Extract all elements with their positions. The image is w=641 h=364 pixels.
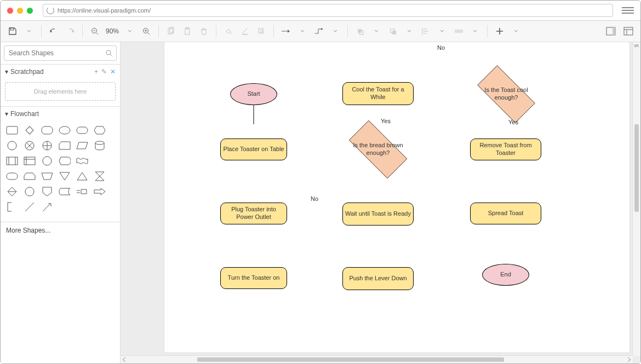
search-input[interactable] [8, 49, 105, 57]
shape-card[interactable] [59, 141, 71, 151]
shape-sort[interactable] [6, 187, 18, 197]
distribute-dropdown-icon[interactable] [467, 24, 483, 39]
shape-connector[interactable] [41, 156, 53, 166]
shape-arrow-line[interactable] [41, 202, 53, 212]
align-dropdown-icon[interactable] [434, 24, 450, 39]
shape-loop-limit[interactable] [24, 171, 36, 181]
shape-tape[interactable] [76, 156, 88, 166]
connector-button[interactable] [278, 24, 294, 39]
shape-parallelogram[interactable] [76, 141, 88, 151]
svg-point-32 [43, 157, 51, 165]
svg-rect-9 [260, 30, 264, 34]
shape-diamond[interactable] [24, 125, 36, 135]
node-cool-q[interactable]: Is the Toast cool enough? [468, 74, 544, 114]
shape-manual[interactable] [41, 171, 53, 181]
add-dropdown-icon[interactable] [508, 24, 524, 39]
shape-offpage[interactable] [41, 187, 53, 197]
shape-annotation[interactable] [6, 202, 18, 212]
node-place[interactable]: Place Toaster on Table [220, 138, 287, 160]
save-dropdown-icon[interactable] [21, 24, 37, 39]
minimize-icon[interactable] [17, 8, 23, 14]
shape-plus-circle[interactable] [41, 141, 53, 151]
shape-terminator[interactable] [76, 125, 88, 135]
shape-line[interactable] [24, 202, 36, 212]
shape-display[interactable] [59, 156, 71, 166]
menu-icon[interactable] [622, 7, 634, 14]
horizontal-scrollbar[interactable] [121, 355, 633, 363]
window-controls[interactable] [7, 8, 33, 14]
maximize-icon[interactable] [27, 8, 33, 14]
zoom-in-button[interactable] [139, 24, 154, 39]
paste-button[interactable] [180, 24, 195, 39]
shape-arrow-right[interactable] [94, 187, 106, 197]
node-wait[interactable]: Wait until Toast is Ready [342, 203, 414, 226]
shape-stadium[interactable] [6, 171, 18, 181]
toback-button[interactable] [385, 24, 400, 39]
waypoint-button[interactable] [311, 24, 327, 39]
shape-extract[interactable] [76, 171, 88, 181]
node-start[interactable]: Start [230, 83, 277, 105]
shape-rounded[interactable] [41, 125, 53, 135]
shape-stored-data[interactable] [59, 187, 71, 197]
shape-delay[interactable] [76, 187, 88, 197]
connector-dropdown-icon[interactable] [295, 24, 310, 39]
shape-subprocess[interactable] [6, 156, 18, 166]
shape-rect[interactable] [6, 125, 18, 135]
shadow-button[interactable] [254, 24, 269, 39]
svg-point-26 [8, 141, 16, 150]
toback-dropdown-icon[interactable] [402, 24, 417, 39]
zoom-out-button[interactable] [87, 24, 102, 39]
scratchpad-dropzone[interactable]: Drag elements here [5, 82, 116, 101]
shape-connector2[interactable] [24, 187, 36, 197]
search-shapes[interactable] [4, 45, 117, 61]
shape-internal-storage[interactable] [24, 156, 36, 166]
zoom-dropdown-icon[interactable] [122, 24, 138, 39]
canvas-area[interactable]: Start Place Toaster on Table Plug Toaste… [121, 42, 640, 363]
shape-ellipse[interactable] [59, 125, 71, 135]
copy-button[interactable] [163, 24, 179, 39]
redo-button[interactable] [62, 24, 78, 39]
waypoint-dropdown-icon[interactable] [328, 24, 343, 39]
node-turn-on[interactable]: Turn the Toaster on [220, 267, 287, 289]
undo-button[interactable] [46, 24, 61, 39]
address-bar[interactable]: https://online.visual-paradigm.com/ [43, 4, 613, 17]
tofront-button[interactable] [352, 24, 368, 39]
scratchpad-edit-icon[interactable]: ✎ [101, 68, 107, 76]
chevron-down-icon[interactable]: ▾ [5, 68, 8, 76]
shape-hexagon[interactable] [94, 125, 106, 135]
node-cool[interactable]: Cool the Toast for a While [342, 82, 414, 105]
shape-merge[interactable] [59, 171, 71, 181]
node-plug[interactable]: Plug Toaster into Power Outlet [220, 203, 287, 224]
shape-collate[interactable] [94, 171, 106, 181]
shape-circle[interactable] [6, 141, 18, 151]
add-button[interactable] [492, 24, 507, 39]
more-shapes-button[interactable]: More Shapes... [1, 222, 120, 239]
save-button[interactable] [5, 24, 20, 39]
stroke-button[interactable] [237, 24, 253, 39]
scratchpad-add-icon[interactable]: + [94, 68, 98, 76]
fill-button[interactable] [221, 24, 236, 39]
node-spread[interactable]: Spread Toast [470, 203, 541, 224]
reload-icon[interactable] [47, 7, 54, 14]
svg-rect-33 [7, 173, 18, 180]
tofront-dropdown-icon[interactable] [369, 24, 384, 39]
node-brown-q[interactable]: Is the bread brown enough? [340, 130, 416, 169]
node-end[interactable]: End [482, 264, 529, 286]
chevron-down-icon[interactable]: ▾ [5, 110, 8, 118]
node-remove[interactable]: Remove Toast from Toaster [470, 138, 541, 160]
vertical-scrollbar[interactable] [632, 42, 640, 356]
shape-cylinder[interactable] [94, 141, 106, 151]
svg-point-29 [95, 141, 104, 145]
distribute-button[interactable] [451, 24, 466, 39]
align-button[interactable] [418, 24, 433, 39]
zoom-level[interactable]: 90% [104, 27, 121, 35]
svg-rect-22 [26, 126, 33, 134]
delete-button[interactable] [196, 24, 211, 39]
close-icon[interactable] [7, 8, 13, 14]
node-push[interactable]: Push the Lever Down [342, 267, 414, 290]
scratchpad-close-icon[interactable]: ✕ [110, 68, 116, 76]
shape-crossed-circle[interactable] [24, 141, 36, 151]
outline-panel-button[interactable] [621, 24, 636, 39]
format-panel-button[interactable] [603, 24, 619, 39]
drawing-canvas[interactable]: Start Place Toaster on Table Plug Toaste… [164, 42, 629, 353]
